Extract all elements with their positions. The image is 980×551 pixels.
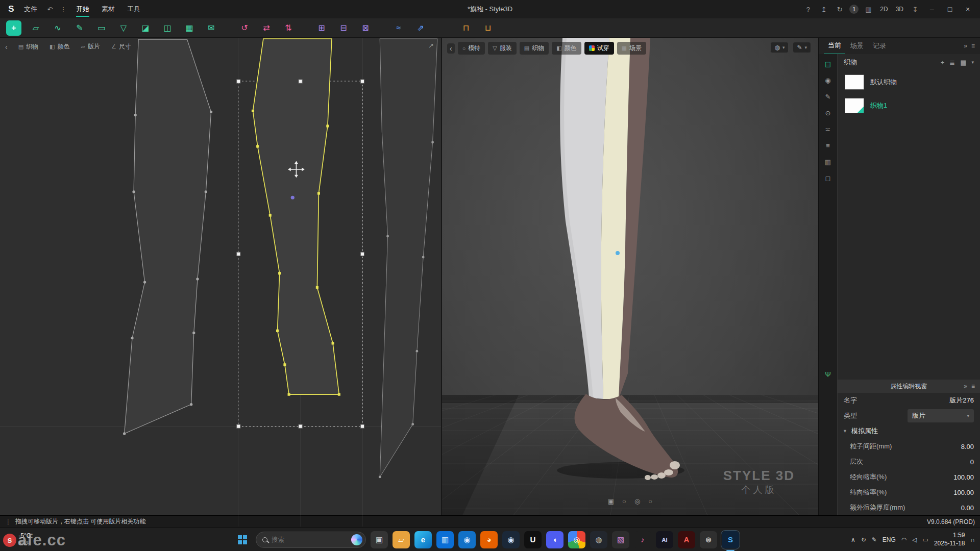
tab-current[interactable]: 当前 — [824, 37, 845, 55]
viewport-3d[interactable] — [442, 38, 818, 515]
pattern-piece-right-partial[interactable] — [379, 39, 437, 478]
close-button[interactable]: × — [961, 3, 975, 16]
seam-edit-tool[interactable]: ⊠ — [358, 20, 373, 36]
clock[interactable]: 1:59 2025-11-18 — [934, 532, 965, 547]
pivot-point[interactable] — [291, 196, 295, 199]
taskbar-app-ai[interactable]: AI — [656, 531, 673, 548]
garment-tool[interactable]: ⊔ — [480, 20, 496, 36]
wifi-icon[interactable]: ◠ — [901, 536, 906, 543]
taskbar-app-unreal[interactable]: U — [524, 531, 542, 548]
curve-point-tool[interactable]: ∿ — [50, 20, 65, 36]
taskbar-app-teams[interactable]: ◉ — [458, 531, 476, 548]
collapse-right-icon[interactable]: » — [964, 42, 967, 49]
undo-icon[interactable]: ↶ — [44, 3, 56, 15]
pen-tool[interactable]: ✎ — [72, 20, 87, 36]
inner-shape-tool[interactable]: ⊟ — [336, 20, 351, 36]
fabric-item-default[interactable]: 默认织物 — [838, 70, 980, 94]
array-tool[interactable]: ▦ — [182, 20, 197, 36]
tab-3d-scene[interactable]: ▦场景 — [617, 42, 646, 55]
plant-nodes-icon[interactable]: Ψ — [825, 370, 831, 379]
search-input[interactable] — [272, 536, 347, 543]
menu-icon[interactable]: ≡ — [971, 383, 975, 390]
taskbar-app-steam[interactable]: ◉ — [502, 531, 520, 548]
taskbar-app-photos[interactable]: ▧ — [612, 531, 629, 548]
pin-icon[interactable]: ⊙ — [825, 109, 831, 117]
view-3d-button[interactable]: 3D — [894, 4, 905, 14]
measure-icon[interactable]: ≍ — [825, 126, 831, 133]
maximize-button[interactable]: □ — [943, 3, 957, 16]
sew-segment-tool[interactable]: ≈ — [391, 20, 406, 36]
prop-value[interactable]: 100.00 — [953, 489, 974, 496]
rotate-pattern-tool[interactable]: ↺ — [237, 20, 252, 36]
pattern-piece-selected[interactable] — [252, 39, 340, 396]
battery-icon[interactable]: ▭ — [923, 536, 928, 543]
copilot-icon[interactable] — [351, 534, 362, 545]
tab-history[interactable]: 记录 — [869, 38, 890, 54]
add-fabric-icon[interactable]: + — [941, 59, 945, 66]
tab-3d-tryon[interactable]: 试穿 — [584, 42, 614, 55]
fabric-panel-icon[interactable]: ▤ — [825, 60, 831, 68]
flip-vertical-tool[interactable]: ⇅ — [281, 20, 296, 36]
tab-2d-pattern[interactable]: ▱版片 — [78, 41, 102, 53]
collapse-left-icon[interactable]: ‹ — [3, 42, 10, 52]
notch-tool[interactable]: ◪ — [138, 20, 153, 36]
list-view-icon[interactable]: ≣ — [949, 59, 955, 66]
brush-icon[interactable]: ✎ — [825, 93, 831, 101]
list-icon[interactable]: ≡ — [826, 142, 830, 149]
view-2d-button[interactable]: 2D — [878, 4, 890, 14]
grid-view-icon[interactable]: ▣ — [608, 497, 614, 505]
prop-value[interactable]: 100.00 — [953, 473, 974, 481]
tab-3d-garment[interactable]: ▽服装 — [488, 42, 516, 55]
prop-value[interactable]: 0 — [970, 458, 974, 466]
taskbar-app-media[interactable]: ♪ — [634, 531, 651, 548]
taskbar-app-chat[interactable]: ◖ — [546, 531, 564, 548]
taskbar-app-adobe[interactable]: A — [678, 531, 695, 548]
more-menu-icon[interactable]: ⋮ — [57, 3, 69, 15]
taskbar-app-edge[interactable]: e — [414, 531, 432, 548]
simulation-section-header[interactable]: ▼ 模拟属性 — [838, 423, 980, 439]
menu-material[interactable]: 素材 — [96, 2, 120, 16]
prop-value[interactable]: 8.00 — [961, 443, 974, 450]
taskbar-app-store[interactable]: ▥ — [436, 531, 454, 548]
help-icon[interactable]: ? — [802, 3, 814, 15]
menu-start[interactable]: 开始 — [70, 2, 95, 16]
annotation-tool[interactable]: ✉ — [204, 20, 219, 36]
target-option-icon[interactable]: ◎ — [634, 497, 640, 505]
tab-2d-fabric[interactable]: ▤织物 — [16, 41, 41, 53]
taskbar-app-file-explorer[interactable]: ▱ — [393, 531, 410, 548]
dart-tool[interactable]: ▽ — [116, 20, 131, 36]
tab-scene[interactable]: 场景 — [846, 38, 868, 54]
taskbar-search[interactable] — [256, 532, 366, 548]
tab-2d-color[interactable]: ◧颜色 — [47, 41, 72, 53]
fabric-swatch-selected[interactable] — [845, 98, 864, 113]
pattern-canvas-2d[interactable] — [0, 38, 441, 527]
sew-free-tool[interactable]: ⇗ — [413, 20, 428, 36]
render-mode-button[interactable]: ◍▾ — [770, 42, 789, 53]
pressing-tool[interactable]: ⊓ — [458, 20, 474, 36]
expand-panel-icon[interactable]: ↗ — [428, 42, 434, 49]
collapse-right-icon[interactable]: » — [964, 383, 967, 390]
flip-horizontal-tool[interactable]: ⇄ — [259, 20, 274, 36]
grid-view-icon[interactable]: ▦ — [960, 59, 966, 66]
pin-icon[interactable]: ↧ — [909, 3, 921, 15]
menu-tools[interactable]: 工具 — [121, 2, 146, 16]
layout-columns-icon[interactable]: ▥ — [862, 3, 874, 15]
menu-file[interactable]: 文件 — [18, 2, 43, 16]
sync-tray-icon[interactable]: ↻ — [861, 536, 866, 543]
pen-tray-icon[interactable]: ✎ — [872, 536, 877, 543]
menu-icon[interactable]: ≡ — [971, 42, 975, 49]
mirror-tool[interactable]: ◫ — [160, 20, 175, 36]
pattern-piece-left[interactable] — [123, 39, 212, 435]
layer-tool[interactable]: ⊞ — [314, 20, 329, 36]
tab-3d-fabric[interactable]: ▤织物 — [520, 42, 549, 55]
volume-icon[interactable]: ◁ — [912, 536, 917, 543]
fabric-swatch[interactable] — [845, 74, 864, 90]
rectangle-tool[interactable]: ▭ — [94, 20, 109, 36]
minimize-button[interactable]: – — [925, 3, 939, 16]
avatar-icon[interactable]: ◻ — [825, 174, 831, 182]
pin-point-marker[interactable] — [616, 251, 620, 255]
edit-pattern-tool[interactable]: ▱ — [28, 20, 43, 36]
circle-option-icon[interactable]: ○ — [622, 497, 626, 505]
circle-option-icon[interactable]: ○ — [648, 497, 652, 505]
taskbar-app-widgets[interactable]: ▣ — [371, 531, 388, 548]
